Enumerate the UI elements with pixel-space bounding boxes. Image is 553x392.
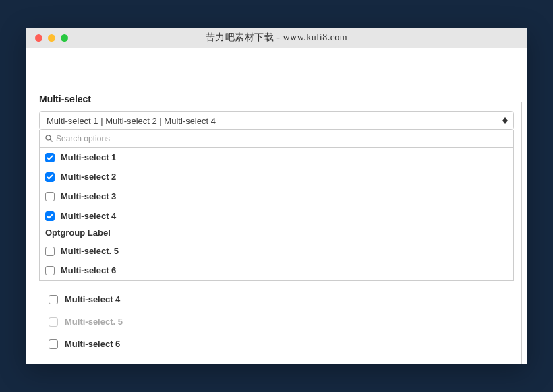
- option-label: Multi-select. 5: [65, 317, 123, 327]
- close-icon[interactable]: [35, 34, 42, 42]
- selected-values: Multi-select 1 | Multi-select 2 | Multi-…: [47, 116, 216, 126]
- multiselect-display[interactable]: Multi-select 1 | Multi-select 2 | Multi-…: [39, 111, 514, 130]
- checkbox-icon[interactable]: [45, 266, 55, 275]
- sort-arrows-icon: [502, 117, 508, 124]
- scrollbar[interactable]: [521, 102, 522, 364]
- titlebar: 苦力吧素材下载 - www.kuli8.com: [26, 28, 527, 48]
- dropdown-option[interactable]: Multi-select 3: [40, 187, 513, 206]
- search-input[interactable]: Search options: [39, 130, 514, 148]
- list-item[interactable]: Multi-select. 5: [49, 311, 511, 333]
- checkbox-icon[interactable]: [45, 192, 55, 201]
- dropdown-option[interactable]: Multi-select 2: [40, 167, 513, 187]
- window-title: 苦力吧素材下载 - www.kuli8.com: [206, 32, 347, 44]
- option-label: Multi-select 1: [61, 152, 116, 162]
- optgroup-label: Optgroup Label: [40, 226, 513, 241]
- dropdown-option[interactable]: Multi-select. 5: [40, 241, 513, 261]
- traffic-lights: [26, 34, 68, 42]
- background-list: Multi-select 4 Multi-select. 5 Multi-sel…: [49, 288, 511, 355]
- checkbox-icon[interactable]: [49, 295, 58, 304]
- dropdown-option[interactable]: Multi-select 4: [40, 206, 513, 226]
- checkbox-icon[interactable]: [45, 172, 55, 182]
- search-icon: [45, 135, 53, 142]
- option-label: Multi-select 3: [61, 191, 116, 201]
- checkbox-icon[interactable]: [45, 247, 55, 256]
- list-item[interactable]: Multi-select 6: [49, 333, 511, 355]
- checkbox-icon[interactable]: [49, 317, 58, 327]
- dropdown-option[interactable]: Multi-select 1: [40, 148, 513, 167]
- dropdown-panel: Multi-select 1 Multi-select 2 Multi-sele…: [39, 148, 514, 281]
- checkbox-icon[interactable]: [45, 153, 55, 162]
- option-label: Multi-select 6: [61, 265, 116, 275]
- option-label: Multi-select 2: [61, 172, 116, 182]
- search-placeholder: Search options: [56, 134, 110, 143]
- list-item[interactable]: Multi-select 4: [49, 288, 511, 311]
- option-label: Multi-select 6: [65, 339, 120, 349]
- checkbox-icon[interactable]: [49, 339, 58, 349]
- content-area: Multi-select 4 Multi-select. 5 Multi-sel…: [26, 48, 527, 364]
- dropdown-option[interactable]: Multi-select 6: [40, 261, 513, 280]
- maximize-icon[interactable]: [61, 34, 68, 42]
- field-label: Multi-select: [39, 94, 514, 104]
- checkbox-icon[interactable]: [45, 211, 55, 221]
- window: 苦力吧素材下载 - www.kuli8.com Multi-select 4 M…: [26, 28, 527, 364]
- option-label: Multi-select 4: [61, 211, 116, 221]
- minimize-icon[interactable]: [48, 34, 55, 42]
- svg-line-1: [50, 139, 52, 141]
- option-label: Multi-select. 5: [61, 246, 119, 256]
- svg-point-0: [46, 135, 51, 140]
- option-label: Multi-select 4: [65, 294, 120, 304]
